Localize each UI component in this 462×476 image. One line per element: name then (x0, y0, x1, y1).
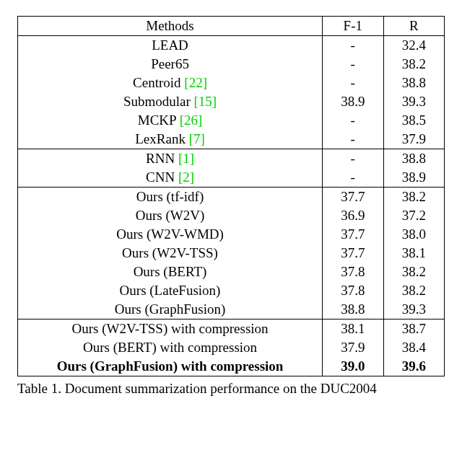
method-name: Ours (GraphFusion) with compression (57, 358, 284, 374)
r-cell: 38.4 (383, 338, 444, 357)
table-row: Ours (W2V)36.937.2 (18, 206, 445, 225)
citation-link[interactable]: [15] (194, 94, 217, 109)
table-row: Ours (LateFusion)37.838.2 (18, 281, 445, 300)
r-cell: 38.2 (383, 55, 444, 74)
table-row: LexRank [7]-37.9 (18, 130, 445, 149)
table-row: Ours (BERT) with compression37.938.4 (18, 338, 445, 357)
method-name: Ours (BERT) (134, 264, 207, 279)
header-methods: Methods (18, 17, 323, 36)
method-name: Ours (GraphFusion) (115, 301, 226, 317)
f1-cell: - (323, 74, 383, 92)
f1-cell: 37.8 (323, 281, 383, 300)
f1-cell: - (323, 130, 383, 149)
table-row: Peer65-38.2 (18, 55, 445, 74)
method-name: Ours (W2V-TSS) with compression (71, 321, 268, 336)
r-cell: 38.2 (383, 188, 444, 207)
f1-cell: 37.8 (323, 263, 383, 281)
table-row: Submodular [15]38.939.3 (18, 92, 445, 111)
method-cell: Ours (BERT) (18, 263, 323, 281)
f1-cell: - (323, 36, 383, 56)
table-row: Ours (W2V-TSS)37.738.1 (18, 244, 445, 263)
table-row: Ours (GraphFusion) with compression39.03… (18, 357, 445, 376)
method-name: RNN (146, 151, 178, 166)
method-name: Ours (W2V-TSS) (122, 245, 218, 260)
f1-cell: 37.7 (323, 244, 383, 263)
method-cell: LEAD (18, 36, 323, 56)
citation-link[interactable]: [1] (178, 151, 194, 166)
method-cell: RNN [1] (18, 149, 323, 169)
table-row: RNN [1]-38.8 (18, 149, 445, 169)
r-cell: 38.5 (383, 111, 444, 130)
method-cell: Ours (BERT) with compression (18, 338, 323, 357)
f1-cell: - (323, 168, 383, 188)
table-caption: Table 1. Document summarization performa… (17, 381, 450, 397)
method-name: LexRank (135, 131, 188, 146)
r-cell: 38.1 (383, 244, 444, 263)
citation-link[interactable]: [22] (184, 75, 207, 90)
r-cell: 37.9 (383, 130, 444, 149)
r-cell: 38.2 (383, 281, 444, 300)
method-cell: LexRank [7] (18, 130, 323, 149)
citation-link[interactable]: [26] (180, 113, 203, 128)
method-name: Ours (LateFusion) (120, 283, 221, 298)
method-cell: Submodular [15] (18, 92, 323, 111)
method-cell: Ours (W2V-TSS) (18, 244, 323, 263)
method-name: Ours (BERT) with compression (83, 340, 257, 355)
method-cell: Ours (W2V) (18, 206, 323, 225)
table-row: Ours (W2V-TSS) with compression38.138.7 (18, 319, 445, 339)
table-header-row: Methods F-1 R (18, 17, 445, 36)
method-cell: Ours (W2V-TSS) with compression (18, 319, 323, 339)
method-name: Centroid (133, 75, 184, 90)
r-cell: 39.3 (383, 300, 444, 319)
header-r: R (383, 17, 444, 36)
table-row: MCKP [26]-38.5 (18, 111, 445, 130)
r-cell: 32.4 (383, 36, 444, 56)
citation-link[interactable]: [2] (178, 169, 194, 185)
method-name: CNN (146, 169, 178, 185)
f1-cell: 38.9 (323, 92, 383, 111)
r-cell: 39.6 (383, 357, 444, 376)
r-cell: 37.2 (383, 206, 444, 225)
table-row: Ours (W2V-WMD)37.738.0 (18, 225, 445, 244)
method-name: Submodular (123, 94, 194, 109)
method-cell: CNN [2] (18, 168, 323, 188)
method-name: LEAD (152, 38, 188, 53)
r-cell: 38.8 (383, 74, 444, 92)
r-cell: 38.9 (383, 168, 444, 188)
method-name: Ours (W2V) (136, 208, 205, 223)
r-cell: 38.2 (383, 263, 444, 281)
f1-cell: 36.9 (323, 206, 383, 225)
method-cell: Ours (GraphFusion) (18, 300, 323, 319)
f1-cell: - (323, 149, 383, 169)
method-name: Ours (W2V-WMD) (116, 226, 224, 242)
method-cell: Ours (LateFusion) (18, 281, 323, 300)
f1-cell: 37.7 (323, 225, 383, 244)
table-row: CNN [2]-38.9 (18, 168, 445, 188)
f1-cell: 37.7 (323, 188, 383, 207)
table-row: LEAD-32.4 (18, 36, 445, 56)
results-table: Methods F-1 R LEAD-32.4Peer65-38.2Centro… (17, 16, 445, 376)
r-cell: 38.0 (383, 225, 444, 244)
method-cell: Peer65 (18, 55, 323, 74)
method-name: Ours (tf-idf) (136, 189, 204, 204)
table-row: Ours (BERT)37.838.2 (18, 263, 445, 281)
table-row: Ours (GraphFusion)38.839.3 (18, 300, 445, 319)
r-cell: 38.8 (383, 149, 444, 169)
table-row: Ours (tf-idf)37.738.2 (18, 188, 445, 207)
header-f1: F-1 (323, 17, 383, 36)
method-cell: Centroid [22] (18, 74, 323, 92)
table-row: Centroid [22]-38.8 (18, 74, 445, 92)
r-cell: 38.7 (383, 319, 444, 339)
f1-cell: 38.8 (323, 300, 383, 319)
f1-cell: 38.1 (323, 319, 383, 339)
method-name: Peer65 (151, 56, 189, 71)
method-cell: Ours (tf-idf) (18, 188, 323, 207)
r-cell: 39.3 (383, 92, 444, 111)
method-cell: Ours (W2V-WMD) (18, 225, 323, 244)
method-cell: Ours (GraphFusion) with compression (18, 357, 323, 376)
citation-link[interactable]: [7] (189, 131, 205, 146)
f1-cell: 39.0 (323, 357, 383, 376)
f1-cell: - (323, 55, 383, 74)
method-cell: MCKP [26] (18, 111, 323, 130)
f1-cell: 37.9 (323, 338, 383, 357)
